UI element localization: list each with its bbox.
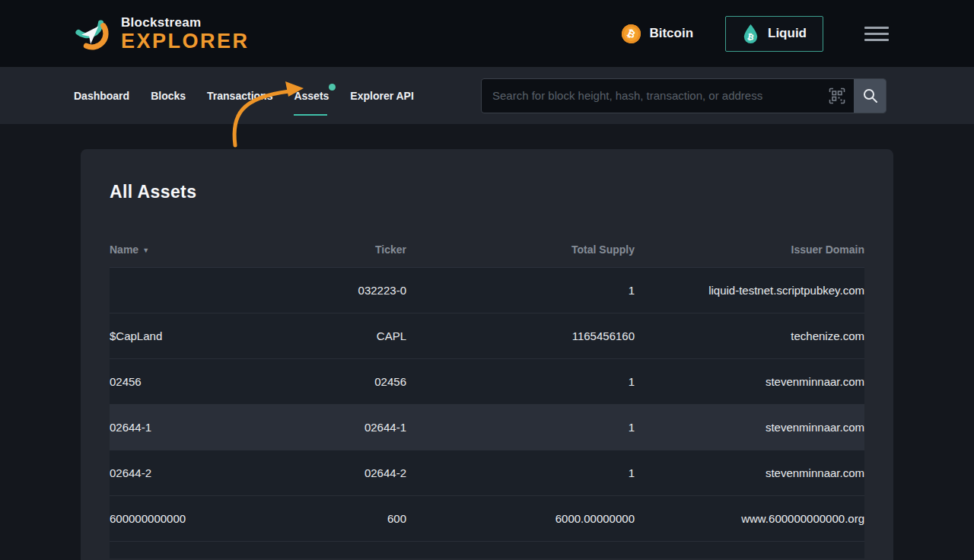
search-icon [862, 88, 878, 103]
column-header-issuer-domain[interactable]: Issuer Domain [635, 243, 864, 256]
sort-desc-icon: ▼ [142, 247, 149, 254]
asset-name: 02644-1 [110, 421, 258, 434]
table-row[interactable]: 02644-2 02644-2 1 stevenminnaar.com [110, 450, 864, 496]
page-title: All Assets [110, 149, 864, 202]
search-input[interactable] [482, 79, 820, 113]
table-row[interactable]: 02456 02456 1 stevenminnaar.com [110, 359, 864, 405]
search-button[interactable] [854, 79, 886, 113]
column-header-total-supply[interactable]: Total Supply [406, 243, 635, 256]
asset-name: 02644-2 [110, 466, 258, 479]
menu-icon[interactable] [864, 23, 889, 45]
nav-item-explorer-api[interactable]: Explorer API [350, 85, 414, 107]
asset-ticker: 02644-1 [258, 421, 406, 434]
liquid-label: Liquid [768, 26, 807, 41]
brand-name: Blockstream [121, 16, 250, 29]
asset-ticker: 02644-2 [258, 466, 406, 479]
nav-item-dashboard[interactable]: Dashboard [74, 85, 129, 107]
table-row-highlighted[interactable]: 02644-1 02644-1 1 stevenminnaar.com [110, 405, 864, 450]
asset-issuer-domain: stevenminnaar.com [635, 466, 864, 479]
asset-issuer-domain: techenize.com [635, 329, 864, 342]
main-nav: Dashboard Blocks Transactions Assets Exp… [0, 67, 974, 124]
table-row-partial[interactable] [110, 542, 864, 558]
blockstream-explorer-logo[interactable]: Blockstream EXPLORER [74, 15, 250, 52]
asset-total-supply: 6000.00000000 [406, 512, 635, 525]
table-row[interactable]: $CapLand CAPL 1165456160 techenize.com [110, 313, 864, 359]
search-bar [481, 78, 886, 113]
asset-issuer-domain: www.600000000000.org [635, 512, 864, 525]
table-row[interactable]: 032223-0 1 liquid-testnet.scriptpubkey.c… [110, 268, 864, 313]
network-toggle-bitcoin[interactable]: ₿ Bitcoin [622, 24, 693, 43]
top-header: Blockstream EXPLORER ₿ Bitcoin ₿ Liquid [0, 0, 974, 67]
liquid-drop-icon: ₿ [742, 24, 759, 44]
asset-issuer-domain: stevenminnaar.com [635, 375, 864, 388]
network-toggle-liquid[interactable]: ₿ Liquid [725, 16, 823, 52]
asset-issuer-domain: stevenminnaar.com [635, 421, 864, 434]
asset-total-supply: 1 [406, 284, 635, 297]
nav-item-blocks[interactable]: Blocks [151, 85, 186, 107]
table-row[interactable]: 600000000000 600 6000.00000000 www.60000… [110, 496, 864, 542]
asset-ticker: 032223-0 [258, 284, 406, 297]
all-assets-card: All Assets Name▼ Ticker Total Supply Iss… [81, 149, 893, 560]
asset-ticker: CAPL [258, 329, 406, 342]
asset-name: 600000000000 [110, 512, 258, 525]
asset-ticker: 600 [258, 512, 406, 525]
nav-item-assets[interactable]: Assets [294, 85, 329, 107]
brand-product: EXPLORER [121, 31, 250, 52]
column-header-name[interactable]: Name▼ [110, 243, 258, 256]
table-header-row: Name▼ Ticker Total Supply Issuer Domain [110, 202, 864, 268]
asset-total-supply: 1 [406, 375, 635, 388]
asset-name: $CapLand [110, 329, 258, 342]
asset-total-supply: 1165456160 [406, 329, 635, 342]
asset-issuer-domain: liquid-testnet.scriptpubkey.com [635, 284, 864, 297]
asset-total-supply: 1 [406, 421, 635, 434]
column-header-ticker[interactable]: Ticker [258, 243, 406, 256]
asset-total-supply: 1 [406, 466, 635, 479]
bitcoin-label: Bitcoin [649, 26, 693, 41]
bitcoin-icon: ₿ [620, 22, 642, 44]
asset-ticker: 02456 [258, 375, 406, 388]
qr-code-icon [829, 88, 845, 104]
assets-notification-dot [329, 84, 336, 91]
nav-item-transactions[interactable]: Transactions [207, 85, 272, 107]
asset-name: 02456 [110, 375, 258, 388]
compass-arrow-logo-icon [74, 15, 110, 52]
qr-scan-button[interactable] [820, 79, 854, 113]
